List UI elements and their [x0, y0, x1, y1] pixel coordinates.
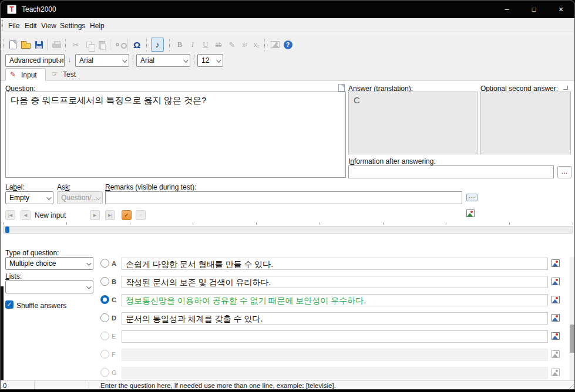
- menu-edit[interactable]: Edit: [22, 21, 39, 31]
- bold-icon[interactable]: B: [173, 38, 186, 52]
- choice-image-button-g: [552, 369, 560, 376]
- insert-image-icon[interactable]: [268, 38, 281, 52]
- nav-prior-button[interactable]: ◀: [21, 210, 31, 220]
- title-bar[interactable]: T Teach2000 – □ ×: [1, 1, 574, 18]
- special-keys-button[interactable]: ···: [466, 194, 478, 201]
- paste-icon[interactable]: [95, 38, 108, 52]
- nav-next-button[interactable]: ▶: [90, 210, 100, 220]
- cut-icon[interactable]: ✂: [69, 38, 82, 52]
- new-input-label: New input: [35, 211, 66, 219]
- choice-input-g: [122, 367, 548, 379]
- choice-radio-a[interactable]: [100, 259, 109, 268]
- close-button[interactable]: ×: [547, 1, 574, 18]
- choices-scrollbar-thumb[interactable]: [570, 325, 574, 353]
- choice-input-c[interactable]: 정보통신망을 이용하여 공유할 수 없기 때문에 보안성이 우수하다.: [122, 294, 548, 306]
- nav-delete-button[interactable]: −: [136, 210, 146, 220]
- question-document-icon[interactable]: [338, 84, 345, 92]
- window-edge-strip: [1, 286, 4, 380]
- ask-select[interactable]: Question/...: [57, 191, 103, 204]
- remarks-image-button[interactable]: [466, 209, 475, 217]
- question-mark-icon: ?: [284, 40, 292, 49]
- nav-last-button[interactable]: ▶|: [105, 210, 115, 220]
- status-bar: 0 Enter the question here, if needed use…: [1, 380, 574, 390]
- toolbar-separator: [110, 39, 110, 50]
- choice-radio-g[interactable]: [100, 368, 109, 377]
- bold-glyph: B: [177, 40, 183, 49]
- choice-image-button-a[interactable]: [552, 259, 560, 267]
- input-mode-select[interactable]: Advanced input m: [5, 54, 65, 67]
- question-font-select[interactable]: Arial: [75, 54, 129, 67]
- type-of-question-select[interactable]: Multiple choice: [5, 257, 93, 270]
- choice-letter-e: E: [112, 333, 116, 340]
- lists-label: Lists:: [5, 272, 22, 281]
- print-icon[interactable]: [50, 38, 63, 52]
- chevron-down-icon: [216, 58, 221, 62]
- answer-font-select[interactable]: Arial: [136, 54, 190, 67]
- choice-input-d[interactable]: 문서의 통일성과 체계를 갖출 수 있다.: [122, 312, 548, 325]
- record-count: 0: [3, 382, 6, 389]
- choice-radio-d[interactable]: [100, 313, 109, 322]
- label-select[interactable]: Empty: [5, 191, 53, 204]
- minimize-button[interactable]: –: [493, 1, 520, 18]
- choice-image-button-b[interactable]: [552, 278, 560, 285]
- remarks-field[interactable]: [105, 191, 462, 204]
- menu-file[interactable]: File: [6, 21, 22, 31]
- choice-image-button-d[interactable]: [552, 314, 560, 322]
- question-textarea[interactable]: 다음 중 워드프로세서의 특징으로 옳지 않은 것은?: [5, 92, 346, 178]
- font-size-select[interactable]: 12: [197, 54, 223, 67]
- save-file-icon[interactable]: [32, 38, 45, 52]
- toolbar-gripper: [264, 39, 265, 50]
- new-file-icon[interactable]: [6, 38, 19, 52]
- optional-answer-textarea[interactable]: [480, 92, 571, 154]
- tab-input[interactable]: ✎ Input: [5, 68, 46, 81]
- sound-icon[interactable]: ♪: [151, 38, 164, 52]
- ask-value: Question/...: [61, 194, 97, 202]
- maximize-button[interactable]: □: [520, 1, 547, 18]
- choice-input-b[interactable]: 작성된 문서의 보존 및 검색이 유리하다.: [122, 276, 548, 288]
- info-after-field[interactable]: [348, 165, 554, 178]
- answer-textarea[interactable]: C: [348, 92, 478, 154]
- toolbar-gripper: [146, 39, 147, 50]
- shuffle-answers-checkbox[interactable]: ✓: [5, 300, 14, 309]
- choice-radio-e[interactable]: [100, 332, 109, 340]
- toolbar-separator: [127, 39, 128, 50]
- superscript-icon[interactable]: x²: [238, 38, 251, 52]
- lists-select[interactable]: [5, 281, 93, 293]
- toolbar-separator: [47, 39, 48, 50]
- tab-test[interactable]: ☞ Test: [48, 68, 84, 81]
- question-font-value: Arial: [79, 56, 93, 65]
- find-icon[interactable]: [113, 38, 126, 52]
- toolbar-gripper: [3, 39, 4, 50]
- menu-view[interactable]: View: [39, 21, 59, 31]
- nav-post-button[interactable]: ✓: [122, 210, 132, 220]
- copy-icon[interactable]: [82, 38, 95, 52]
- answer-font-value: Arial: [140, 56, 154, 65]
- format-gripper: [194, 55, 195, 66]
- clipboard-icon: [99, 41, 105, 49]
- underline-icon[interactable]: U: [199, 38, 212, 52]
- menu-help[interactable]: Help: [88, 21, 107, 31]
- menu-settings[interactable]: Settings: [58, 21, 88, 31]
- record-slider-thumb[interactable]: [5, 227, 9, 233]
- font-arrow-icon[interactable]: ↓: [68, 56, 71, 64]
- choice-image-button-c[interactable]: [552, 296, 560, 303]
- choice-image-button-e[interactable]: [552, 332, 560, 340]
- special-characters-icon[interactable]: Ω: [130, 38, 143, 52]
- highlight-pen-icon[interactable]: ✎: [226, 38, 238, 52]
- chevron-down-icon: [46, 195, 51, 200]
- resize-grip-icon[interactable]: [567, 382, 574, 389]
- choice-input-a[interactable]: 손쉽게 다양한 문서 형태를 만들 수 있다.: [122, 258, 548, 270]
- strikethrough-icon[interactable]: ab: [212, 38, 225, 52]
- choice-radio-b[interactable]: [100, 277, 109, 286]
- nav-first-button[interactable]: |◀: [5, 210, 15, 220]
- open-file-icon[interactable]: [19, 38, 32, 52]
- record-slider[interactable]: [3, 226, 573, 234]
- italic-icon[interactable]: I: [186, 38, 199, 52]
- choice-input-e[interactable]: [122, 330, 548, 343]
- choice-radio-f[interactable]: [100, 350, 109, 359]
- choices-scrollbar[interactable]: [570, 257, 574, 380]
- help-icon[interactable]: ?: [281, 38, 294, 52]
- choice-radio-c[interactable]: [100, 295, 109, 304]
- info-after-more-button[interactable]: ...: [557, 166, 571, 178]
- subscript-icon[interactable]: x₂: [250, 38, 263, 52]
